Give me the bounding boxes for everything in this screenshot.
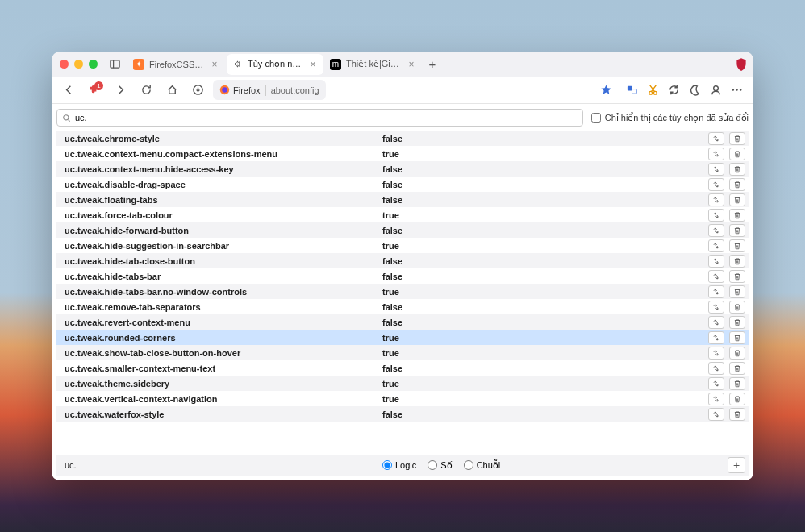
pref-type-radio[interactable]: [382, 460, 392, 470]
delete-pref-button[interactable]: [729, 362, 745, 375]
delete-pref-button[interactable]: [729, 163, 745, 176]
toggle-pref-button[interactable]: [708, 316, 724, 329]
delete-pref-button[interactable]: [729, 239, 745, 252]
tab-close-button[interactable]: ×: [209, 59, 220, 70]
back-button[interactable]: [58, 80, 79, 101]
delete-pref-button[interactable]: [729, 408, 745, 421]
home-button[interactable]: [161, 80, 182, 101]
toggle-pref-button[interactable]: [708, 301, 724, 314]
pref-type-option[interactable]: Số: [428, 460, 452, 471]
pref-row[interactable]: uc.tweak.revert-context-menufalse: [56, 314, 749, 330]
pref-type-radio[interactable]: [428, 460, 437, 470]
account-button[interactable]: [705, 80, 726, 101]
app-menu-button[interactable]: [726, 80, 747, 101]
pref-row[interactable]: uc.tweak.hide-tabs-bar.no-window-control…: [56, 284, 749, 299]
delete-pref-button[interactable]: [729, 285, 745, 298]
extensions-button[interactable]: 1: [84, 80, 105, 101]
pref-search-box[interactable]: [56, 109, 583, 127]
toggle-pref-button[interactable]: [708, 163, 724, 176]
dark-mode-button[interactable]: [684, 80, 705, 101]
toggle-pref-button[interactable]: [708, 347, 724, 360]
toggle-pref-button[interactable]: [708, 285, 724, 298]
cut-button[interactable]: [642, 80, 663, 101]
minimize-window-button[interactable]: [74, 60, 83, 69]
delete-pref-button[interactable]: [729, 209, 745, 222]
delete-pref-button[interactable]: [729, 132, 745, 145]
add-pref-button[interactable]: +: [728, 457, 745, 473]
toggle-pref-button[interactable]: [708, 393, 724, 405]
maximize-window-button[interactable]: [89, 60, 98, 69]
pref-type-option[interactable]: Logic: [382, 460, 416, 470]
show-modified-only-input[interactable]: [591, 113, 601, 123]
tab[interactable]: ✦FirefoxCSS Store×: [128, 54, 225, 75]
pref-row[interactable]: uc.tweak.hide-suggestion-in-searchbartru…: [56, 238, 749, 253]
toggle-pref-button[interactable]: [708, 193, 724, 206]
delete-pref-button[interactable]: [729, 148, 745, 160]
identity-box[interactable]: Firefox: [219, 85, 261, 95]
pref-row[interactable]: uc.tweak.hide-tabs-barfalse: [56, 268, 749, 284]
pref-row[interactable]: uc.tweak.vertical-context-navigationtrue: [56, 391, 749, 406]
tab-close-button[interactable]: ×: [307, 59, 319, 70]
pref-row[interactable]: uc.tweak.hide-forward-buttonfalse: [56, 222, 749, 238]
pref-row[interactable]: uc.tweak.show-tab-close-button-on-hovert…: [56, 345, 749, 360]
delete-pref-button[interactable]: [729, 178, 745, 191]
delete-pref-button[interactable]: [729, 377, 745, 390]
toggle-pref-button[interactable]: [708, 224, 724, 237]
toggle-pref-button[interactable]: [708, 148, 724, 160]
forward-button[interactable]: [110, 80, 131, 101]
pref-type-option[interactable]: Chuỗi: [464, 460, 501, 471]
url-bar[interactable]: Firefox about:config: [213, 80, 326, 100]
toggle-pref-button[interactable]: [708, 408, 724, 421]
bookmark-star-button[interactable]: [595, 80, 616, 101]
pref-row[interactable]: uc.tweak.force-tab-colourtrue: [56, 207, 749, 222]
pref-row[interactable]: uc.tweak.chrome-stylefalse: [56, 131, 749, 146]
toggle-pref-button[interactable]: [708, 239, 724, 252]
pref-row[interactable]: uc.tweak.waterfox-stylefalse: [56, 406, 749, 422]
delete-pref-button[interactable]: [729, 193, 745, 206]
close-window-button[interactable]: [60, 60, 69, 69]
pref-row[interactable]: uc.tweak.smaller-context-menu-textfalse: [56, 360, 749, 376]
delete-pref-button[interactable]: [729, 393, 745, 405]
firefox-icon: [219, 85, 230, 95]
toggle-pref-button[interactable]: [708, 270, 724, 283]
translate-button[interactable]: [621, 80, 642, 101]
pref-type-radio[interactable]: [464, 460, 473, 470]
show-modified-only-checkbox[interactable]: Chỉ hiển thị các tùy chọn đã sửa đổi: [591, 113, 749, 123]
pref-row[interactable]: uc.tweak.context-menu.compact-extensions…: [56, 146, 749, 161]
pref-row[interactable]: uc.tweak.rounded-cornerstrue: [56, 330, 749, 345]
pref-row[interactable]: uc.tweak.theme.sideberytrue: [56, 376, 749, 391]
delete-pref-button[interactable]: [729, 316, 745, 329]
delete-pref-button[interactable]: [729, 224, 745, 237]
pref-row[interactable]: uc.tweak.disable-drag-spacefalse: [56, 177, 749, 192]
toggle-pref-button[interactable]: [708, 362, 724, 375]
delete-pref-button[interactable]: [729, 331, 745, 344]
delete-pref-button[interactable]: [729, 270, 745, 283]
new-tab-button[interactable]: +: [423, 56, 441, 73]
show-modified-only-label: Chỉ hiển thị các tùy chọn đã sửa đổi: [605, 113, 749, 123]
refresh-extension-button[interactable]: [663, 80, 684, 101]
pref-name: uc.tweak.waterfox-style: [65, 409, 382, 419]
pref-row[interactable]: uc.tweak.remove-tab-separatorsfalse: [56, 299, 749, 314]
toggle-pref-button[interactable]: [708, 209, 724, 222]
pref-name: uc.tweak.remove-tab-separators: [65, 302, 382, 312]
pref-row[interactable]: uc.tweak.hide-tab-close-buttonfalse: [56, 253, 749, 268]
toggle-pref-button[interactable]: [708, 132, 724, 145]
pref-search-input[interactable]: [75, 110, 578, 126]
pref-actions: [708, 239, 745, 252]
toggle-pref-button[interactable]: [708, 178, 724, 191]
pref-row[interactable]: uc.tweak.context-menu.hide-access-keyfal…: [56, 161, 749, 177]
toggle-pref-button[interactable]: [708, 255, 724, 268]
pref-row[interactable]: uc.tweak.floating-tabsfalse: [56, 192, 749, 207]
reload-button[interactable]: [136, 80, 156, 101]
delete-pref-button[interactable]: [729, 347, 745, 360]
delete-pref-button[interactable]: [729, 255, 745, 268]
downloads-button[interactable]: [187, 80, 208, 101]
delete-pref-button[interactable]: [729, 301, 745, 314]
tracking-protection-icon[interactable]: [734, 57, 749, 72]
toggle-pref-button[interactable]: [708, 331, 724, 344]
tab-close-button[interactable]: ×: [406, 59, 417, 70]
tab[interactable]: ⚙Tùy chọn nâng cao×: [227, 54, 323, 75]
tab[interactable]: mThiết kế|Giao diện Tab - Mozil…×: [325, 54, 422, 75]
sidebar-toggle-button[interactable]: [104, 54, 125, 75]
toggle-pref-button[interactable]: [708, 377, 724, 390]
